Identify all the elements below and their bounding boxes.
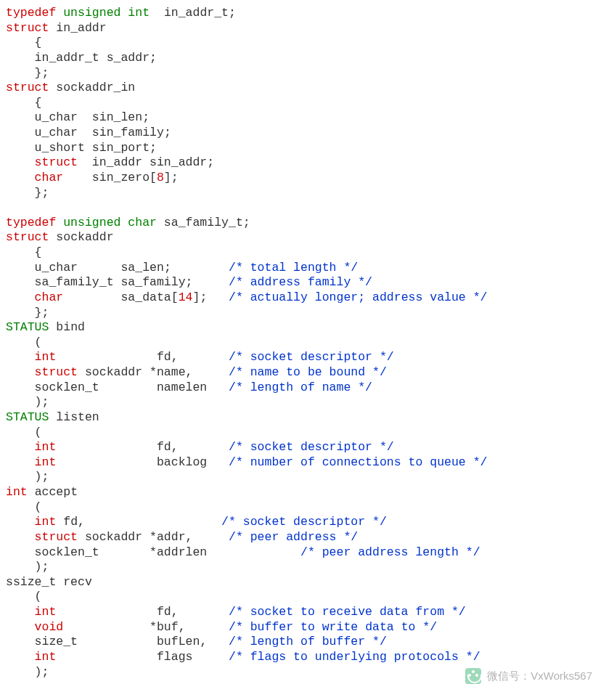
comment-socket-recv: /* socket to receive data from */ [229, 605, 466, 619]
keyword-struct: struct [6, 21, 49, 35]
comment-peer-address: /* peer address */ [229, 530, 358, 544]
field-sin-zero: sin_zero [92, 171, 150, 184]
comment-total-length: /* total length */ [229, 261, 358, 274]
array-size-8: 8 [157, 171, 164, 184]
param-addr: addr [157, 530, 186, 544]
type-in-addr-t: in_addr_t [35, 51, 99, 65]
param-addrlen: addrlen [157, 545, 207, 559]
type-u-char: u_char [35, 110, 78, 124]
func-bind: bind [56, 320, 85, 334]
type-ssize-t: ssize_t [6, 575, 56, 589]
param-name: name [157, 365, 186, 379]
field-sin-port: sin_port [92, 141, 150, 155]
field-s-addr: s_addr [107, 51, 150, 65]
field-sa-data: sa_data [120, 290, 171, 304]
param-namelen: namelen [157, 380, 207, 394]
typedef-name: sa_family_t [164, 216, 243, 229]
param-buflen: bufLen [157, 635, 200, 648]
struct-name: sockaddr [56, 230, 113, 244]
comment-flags-protocols: /* flags to underlying protocols */ [229, 650, 480, 664]
field-sin-len: sin_len [92, 110, 142, 124]
comment-peer-addr-len: /* peer address length */ [300, 545, 480, 559]
comment-actually-longer: /* actually longer; address value */ [229, 290, 487, 304]
code-block: typedef unsigned int in_addr_t; struct i… [6, 6, 608, 680]
array-size-14: 14 [179, 290, 193, 304]
comment-name-bound: /* name to be bound */ [229, 365, 387, 379]
field-sin-family: sin_family [92, 126, 164, 139]
field-sa-len: sa_len [120, 261, 163, 274]
comment-buffer-write: /* buffer to write data to */ [229, 620, 437, 634]
comment-length-name: /* length of name */ [229, 380, 372, 394]
comment-length-buffer: /* length of buffer */ [229, 635, 387, 648]
param-buf: buf [157, 620, 179, 634]
param-flags: flags [157, 650, 193, 664]
field-sin-addr: sin_addr [150, 155, 207, 169]
struct-name: in_addr [56, 21, 106, 35]
type-status: STATUS [6, 320, 49, 334]
comment-address-family: /* address family */ [229, 275, 372, 289]
func-accept: accept [35, 485, 78, 499]
func-listen: listen [56, 410, 99, 424]
param-fd: fd [157, 350, 171, 364]
type-u-short: u_short [35, 141, 85, 155]
keyword-typedef: typedef [6, 6, 56, 20]
comment-socket-descriptor: /* socket descriptor */ [229, 350, 394, 364]
param-backlog: backlog [157, 455, 207, 469]
field-sa-family: sa_family [120, 275, 185, 289]
typedef-name: in_addr_t [164, 6, 229, 20]
comment-num-connections: /* number of connections to queue */ [229, 455, 487, 469]
func-recv: recv [63, 575, 92, 589]
token-int: int [128, 6, 150, 20]
struct-name: sockaddr_in [56, 81, 135, 94]
token-unsigned: unsigned [63, 6, 120, 20]
